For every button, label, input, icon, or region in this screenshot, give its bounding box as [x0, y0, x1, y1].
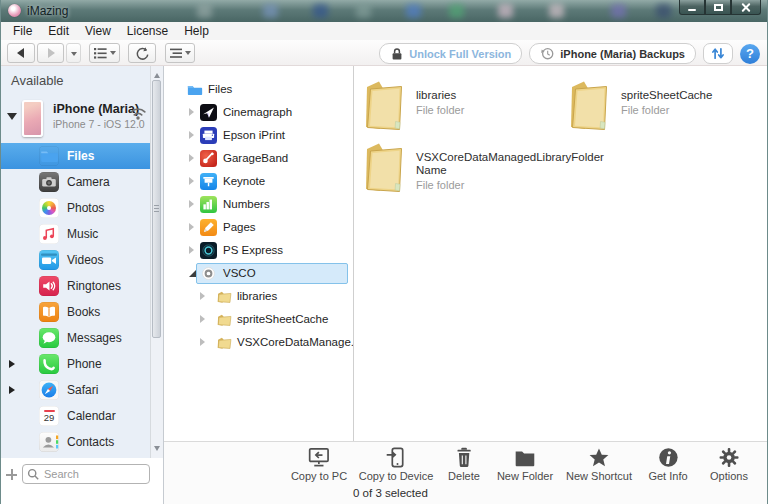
tree-item-numbers[interactable]: Numbers — [164, 193, 353, 216]
tree-item-spritesheetcache[interactable]: spriteSheetCache — [164, 308, 353, 331]
forward-button[interactable] — [37, 43, 64, 63]
calendar-icon: 29 — [39, 406, 59, 426]
unlock-full-version-button[interactable]: Unlock Full Version — [379, 43, 522, 64]
refresh-button[interactable] — [128, 43, 156, 63]
new-folder-button[interactable]: New Folder — [497, 446, 553, 482]
help-button[interactable]: ? — [740, 44, 760, 64]
sidebar-item-videos[interactable]: Videos — [1, 247, 151, 273]
iphone-thumbnail — [22, 100, 43, 137]
disclosure-collapsed-icon[interactable] — [189, 200, 198, 208]
titlebar-blur-blob — [406, 4, 421, 18]
sidebar-item-camera[interactable]: Camera — [1, 169, 151, 195]
tree-item-files[interactable]: Files — [164, 78, 353, 101]
disclosure-collapsed-icon[interactable] — [189, 246, 198, 254]
sidebar-item-contacts[interactable]: Contacts — [1, 429, 151, 455]
sidebar-item-books[interactable]: Books — [1, 299, 151, 325]
new-folder-icon — [513, 446, 537, 469]
scroll-down-icon[interactable] — [154, 446, 160, 454]
folder-item-spritesheetcache[interactable]: spriteSheetCache File folder — [565, 78, 761, 132]
sidebar-header: Available — [1, 66, 163, 94]
menu-file[interactable]: File — [5, 22, 40, 40]
disclosure-collapsed-icon[interactable] — [189, 223, 198, 231]
folder-item-libraries[interactable]: libraries File folder — [360, 78, 556, 132]
scroll-up-icon[interactable] — [154, 70, 160, 78]
tree-item-vsco[interactable]: VSCO — [164, 262, 353, 285]
search-icon — [27, 468, 40, 481]
device-backups-button[interactable]: iPhone (Maria) Backups — [529, 43, 696, 64]
folder-item-vsxcoredata[interactable]: VSXCoreDataManagedLibraryFolderName File… — [360, 140, 608, 194]
device-row[interactable]: iPhone (Maria) iPhone 7 - iOS 12.0 — [1, 98, 151, 140]
disclosure-right-icon[interactable] — [9, 360, 19, 368]
tree-item-vsxcoredata[interactable]: VSXCoreDataManage... — [164, 331, 353, 354]
disclosure-collapsed-icon[interactable] — [189, 131, 198, 139]
vsco-icon — [200, 265, 217, 282]
folder-contents-pane: libraries File folder spriteSheetCache F… — [353, 66, 767, 441]
minimize-button[interactable] — [679, 0, 705, 15]
device-backups-label: iPhone (Maria) Backups — [560, 48, 685, 60]
add-button[interactable] — [6, 469, 17, 480]
music-icon — [39, 224, 59, 244]
options-button[interactable]: Options — [710, 446, 748, 482]
view-options-button[interactable] — [89, 43, 120, 63]
menu-license[interactable]: License — [119, 22, 176, 40]
titlebar-blur-blob — [549, 4, 564, 18]
sidebar-item-music[interactable]: Music — [1, 221, 151, 247]
sidebar-scrollbar[interactable] — [150, 66, 163, 458]
sidebar: Available iPhone (Maria) iPhone 7 - iOS … — [1, 66, 164, 504]
new-shortcut-button[interactable]: New Shortcut — [566, 446, 632, 482]
tree-item-keynote[interactable]: Keynote — [164, 170, 353, 193]
menu-edit[interactable]: Edit — [40, 22, 77, 40]
history-dropdown-button[interactable] — [66, 43, 81, 63]
disclosure-collapsed-icon[interactable] — [189, 177, 198, 185]
menu-view[interactable]: View — [77, 22, 119, 40]
sidebar-item-messages[interactable]: Messages — [1, 325, 151, 351]
get-info-button[interactable]: Get Info — [648, 446, 687, 482]
disclosure-collapsed-icon[interactable] — [200, 315, 209, 323]
sidebar-item-safari[interactable]: Safari — [1, 377, 151, 403]
close-button[interactable] — [731, 0, 761, 15]
disclosure-down-icon[interactable] — [7, 113, 17, 125]
window-title: iMazing — [27, 4, 68, 18]
file-tree: Files Cinemagraph Epson iPrint GarageBan… — [164, 66, 353, 441]
sidebar-item-files[interactable]: Files — [1, 143, 151, 169]
titlebar-blur-blob — [197, 4, 212, 18]
pages-icon — [200, 219, 217, 236]
disclosure-collapsed-icon[interactable] — [200, 338, 209, 346]
disclosure-collapsed-icon[interactable] — [189, 154, 198, 162]
menu-help[interactable]: Help — [176, 22, 217, 40]
tree-item-pages[interactable]: Pages — [164, 216, 353, 239]
disclosure-collapsed-icon[interactable] — [189, 108, 198, 116]
camera-icon — [39, 172, 59, 192]
disclosure-right-icon[interactable] — [9, 386, 19, 394]
sidebar-item-ringtones[interactable]: Ringtones — [1, 273, 151, 299]
tree-item-libraries[interactable]: libraries — [164, 285, 353, 308]
tree-item-ps-express[interactable]: PS Express — [164, 239, 353, 262]
back-icon — [12, 48, 24, 58]
tree-item-epson-iprint[interactable]: Epson iPrint — [164, 124, 353, 147]
transfer-button[interactable] — [703, 43, 733, 64]
contacts-icon — [39, 432, 59, 452]
tree-selection-highlight — [196, 263, 348, 284]
sidebar-item-phone[interactable]: Phone — [1, 351, 151, 377]
scrollbar-thumb[interactable] — [152, 80, 161, 338]
delete-button[interactable]: Delete — [448, 446, 480, 482]
sidebar-item-calendar[interactable]: 29 Calendar — [1, 403, 151, 429]
disclosure-expanded-icon[interactable] — [189, 270, 196, 277]
files-icon — [39, 146, 59, 166]
copy-to-pc-button[interactable]: Copy to PC — [291, 446, 347, 482]
actions-menu-button[interactable] — [165, 43, 195, 63]
maximize-button[interactable] — [705, 0, 731, 15]
search-input[interactable] — [22, 464, 150, 484]
main-toolbar: Unlock Full Version iPhone (Maria) Backu… — [1, 40, 767, 66]
tree-item-garageband[interactable]: GarageBand — [164, 147, 353, 170]
epson-iprint-icon — [200, 127, 217, 144]
folder-manila-icon — [216, 288, 233, 305]
back-button[interactable] — [7, 43, 35, 63]
selection-status: 0 of 3 selected — [353, 487, 428, 499]
disclosure-collapsed-icon[interactable] — [200, 292, 209, 300]
folder-manila-icon — [216, 334, 233, 351]
sidebar-item-photos[interactable]: Photos — [1, 195, 151, 221]
copy-to-device-button[interactable]: Copy to Device — [359, 446, 434, 482]
tree-item-cinemagraph[interactable]: Cinemagraph — [164, 101, 353, 124]
imazing-app-icon — [8, 4, 21, 17]
